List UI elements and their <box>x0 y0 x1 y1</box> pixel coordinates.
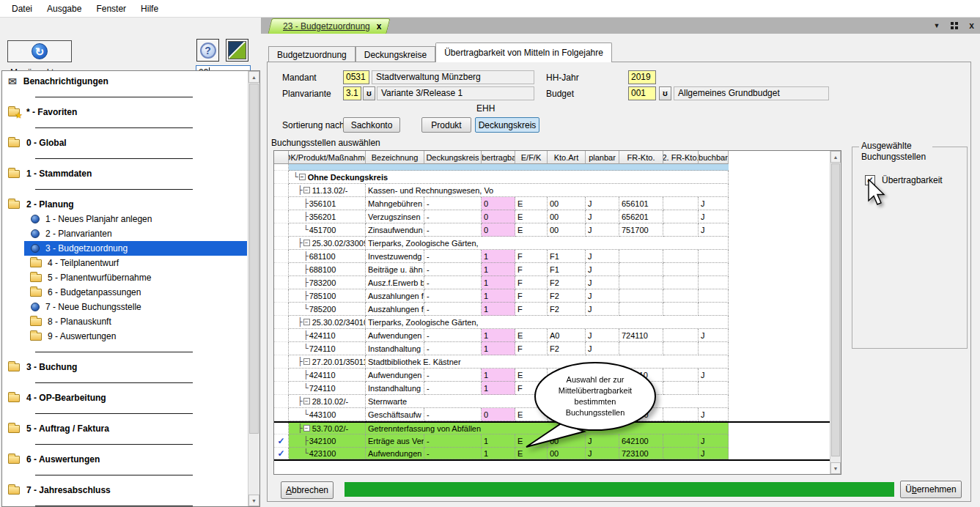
table-row[interactable]: ├−11.13.02/-Kassen- und Rechnungswesen, … <box>274 184 841 197</box>
table-row[interactable] <box>274 164 841 171</box>
uebernehmen-button[interactable]: Übernehmen <box>900 481 962 498</box>
table-row[interactable]: ├356101Mahngebühren-0E00J656101J <box>274 197 841 210</box>
sidebar-item-2-planvarianten[interactable]: 2 - Planvarianten <box>2 226 247 241</box>
sidebar-item-4-teilplanentwurf[interactable]: 4 - Teilplanentwurf <box>2 256 247 270</box>
abbrechen-button[interactable]: Abbrechen <box>281 481 334 499</box>
row-select-cell[interactable] <box>274 210 289 223</box>
table-row[interactable]: ├785100Auszahlungen f-1FF2J <box>274 289 841 303</box>
scroll-up-icon[interactable]: ▲ <box>248 71 259 83</box>
mdi-tab-budgetzuordnung[interactable]: 23 - Budgetzuordnung x <box>270 18 388 34</box>
table-scrollbar-thumb[interactable] <box>831 163 840 456</box>
row-select-cell[interactable] <box>274 237 289 250</box>
table-row[interactable]: ├681100Investzuwendg-1FF1J <box>274 250 841 263</box>
scroll-down-icon[interactable]: ▼ <box>248 495 259 506</box>
mdi-tab-close-icon[interactable]: x <box>377 21 382 32</box>
row-select-cell[interactable] <box>274 164 289 171</box>
column-header[interactable]: DK/Produkt/Maßnahme <box>289 151 366 164</box>
table-row[interactable]: └451700Zinsaufwendun-0E00J751700J <box>274 223 841 237</box>
table-row[interactable]: ├783200Ausz.f.Erwerb b-1FF2J <box>274 276 841 289</box>
help-button[interactable]: ? <box>196 39 219 62</box>
collapse-icon[interactable]: − <box>303 398 310 404</box>
sidebar-item-8[interactable]: 6 - Auswertungen <box>2 452 247 467</box>
app-logo-button[interactable] <box>226 39 248 62</box>
collapse-icon[interactable]: − <box>303 358 310 365</box>
column-header[interactable]: planbar <box>586 151 619 164</box>
sidebar-item-3-budgetzuordnung[interactable]: 3 - Budgetzuordnung <box>24 241 247 256</box>
sidebar-item-1[interactable]: * - Favoriten <box>2 105 247 119</box>
row-select-cell[interactable] <box>274 184 289 197</box>
collapse-icon[interactable]: − <box>303 240 310 246</box>
sidebar-item-9-auswertungen[interactable]: 9 - Auswertungen <box>2 329 247 344</box>
sidebar-item-7-neue-buchungsstelle[interactable]: 7 - Neue Buchungsstelle <box>2 300 247 314</box>
column-header[interactable]: E/F/K <box>515 151 548 164</box>
column-header[interactable]: FR-Kto. <box>619 151 663 164</box>
row-select-cell[interactable] <box>274 342 289 355</box>
row-select-cell[interactable] <box>274 263 289 276</box>
table-row[interactable]: ├356201Verzugszinsen-0E00J656201J <box>274 210 841 223</box>
table-scrollbar[interactable]: ▲ ▼ <box>830 151 841 474</box>
sidebar-item-9[interactable]: 7 - Jahresabschluss <box>2 483 247 497</box>
budget-lookup-button[interactable]: ʊ <box>659 86 671 100</box>
window-menu-icon[interactable]: ▼ <box>933 22 940 29</box>
sidebar-item-5[interactable]: 3 - Buchung <box>2 360 247 374</box>
refresh-button[interactable]: ↻ <box>7 40 72 62</box>
column-header[interactable]: buchbar <box>699 151 729 164</box>
budget-code-field[interactable]: 001 <box>628 86 656 100</box>
table-row[interactable]: └−Ohne Deckungskreis <box>274 171 841 184</box>
row-select-cell[interactable] <box>274 395 289 408</box>
sort-sachkonto-button[interactable]: Sachkonto <box>343 117 400 133</box>
sidebar-item-0[interactable]: ✉Benachrichtigungen <box>2 74 247 89</box>
menu-hilfe[interactable]: Hilfe <box>133 2 166 15</box>
sort-produkt-button[interactable]: Produkt <box>421 117 471 133</box>
row-select-cell[interactable] <box>274 171 289 184</box>
row-select-cell[interactable]: ✓ <box>274 448 289 459</box>
row-select-cell[interactable] <box>274 408 289 421</box>
row-select-cell[interactable] <box>274 355 289 369</box>
row-select-cell[interactable] <box>274 223 289 237</box>
column-header[interactable]: 2. FR-Kto. <box>663 151 699 164</box>
sidebar-item-5-planentwurf-bernahme[interactable]: 5 - Planentwurfübernahme <box>2 270 247 285</box>
window-close-icon[interactable]: x <box>969 21 974 31</box>
tree-scrollbar-thumb[interactable] <box>249 84 259 434</box>
sidebar-item-8-planauskunft[interactable]: 8 - Planauskunft <box>2 314 247 329</box>
row-select-cell[interactable] <box>274 316 289 329</box>
table-row[interactable]: ├−25.30.02/33009Tierparks, Zoologische G… <box>274 237 841 250</box>
hh-jahr-field[interactable]: 2019 <box>628 70 656 84</box>
tab-budgetzuordnung[interactable]: Budgetzuordnung <box>268 46 355 62</box>
table-row[interactable]: ├424110Aufwendungen-1EA0J724110J <box>274 329 841 342</box>
sidebar-item-4[interactable]: 2 - Planung <box>2 197 247 212</box>
mdi-tab-label[interactable]: 23 - Budgetzuordnung <box>283 21 370 32</box>
menu-ausgabe[interactable]: Ausgabe <box>40 2 89 15</box>
sidebar-item-6[interactable]: 4 - OP-Bearbeitung <box>2 391 247 405</box>
sidebar-item-2[interactable]: 0 - Global <box>2 136 247 150</box>
tab-uebertragbarkeit[interactable]: Übertragbarkeit von Mitteln in Folgejahr… <box>435 42 612 62</box>
menu-datei[interactable]: Datei <box>4 2 40 15</box>
row-select-cell[interactable] <box>274 329 289 342</box>
planvariante-lookup-button[interactable]: ʊ <box>363 86 375 100</box>
sidebar-item-6-budgetanpassungen[interactable]: 6 - Budgetanpassungen <box>2 285 247 300</box>
tree-scrollbar[interactable]: ▲ ▼ <box>248 71 259 506</box>
row-select-cell[interactable] <box>274 250 289 263</box>
row-select-cell[interactable] <box>274 369 289 382</box>
sort-deckungskreis-button[interactable]: Deckungskreis <box>475 117 539 133</box>
window-restore-icon[interactable] <box>951 22 958 29</box>
scroll-down-icon[interactable]: ▼ <box>830 462 841 474</box>
row-select-cell[interactable]: ✓ <box>274 434 289 448</box>
row-select-cell[interactable] <box>274 276 289 289</box>
column-header[interactable]: Deckungskreis <box>424 151 482 164</box>
row-select-cell[interactable] <box>274 382 289 395</box>
row-select-cell[interactable] <box>274 303 289 316</box>
collapse-icon[interactable]: − <box>303 187 310 193</box>
planvariante-code-field[interactable]: 3.1 <box>343 86 361 100</box>
collapse-icon[interactable]: − <box>299 174 306 180</box>
sidebar-item-3[interactable]: 1 - Stammdaten <box>2 166 247 181</box>
tab-deckungskreise[interactable]: Deckungskreise <box>355 46 435 62</box>
row-select-cell[interactable] <box>274 197 289 210</box>
table-row[interactable]: └724110Instandhaltung-1FF2J <box>274 342 841 355</box>
table-row[interactable]: ├688100Beiträge u. ähn-1FF1J <box>274 263 841 276</box>
table-row[interactable]: └785200Auszahlungen f-1FF2J <box>274 303 841 316</box>
sidebar-item-7[interactable]: 5 - Auftrag / Faktura <box>2 421 247 436</box>
scroll-up-icon[interactable]: ▲ <box>830 151 841 163</box>
collapse-icon[interactable]: − <box>303 425 310 432</box>
row-select-cell[interactable] <box>274 289 289 303</box>
